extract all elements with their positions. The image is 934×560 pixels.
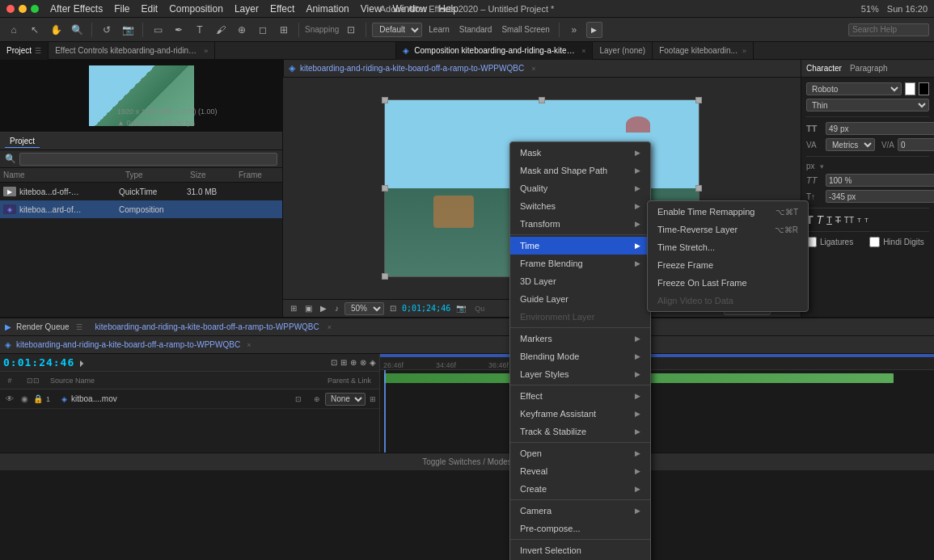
kerning-dropdown[interactable]: Metrics — [826, 138, 875, 151]
corner-handle-tl[interactable] — [382, 97, 388, 103]
rotate-tool[interactable]: ↺ — [98, 21, 116, 39]
comp-preview-btn[interactable]: ▶ — [318, 304, 329, 313]
menu-view[interactable]: View — [361, 3, 382, 15]
context-menu-item[interactable]: Frame Blending — [510, 255, 650, 272]
strikethrough-button[interactable]: T̶ — [835, 215, 841, 225]
context-menu-item[interactable]: Open — [510, 444, 650, 462]
font-family-dropdown[interactable]: Roboto — [806, 82, 902, 95]
list-item[interactable]: ▶ kiteboa...d-off-a-ramp-to-WPPWQBC.mov … — [0, 183, 282, 200]
select-tool[interactable]: ↖ — [26, 21, 44, 39]
time-submenu-item[interactable]: Freeze Frame — [648, 256, 808, 274]
tab-composition[interactable]: ◈ Composition kiteboarding-and-riding-a-… — [395, 42, 593, 60]
menu-file[interactable]: File — [114, 3, 129, 15]
time-submenu-item[interactable]: Freeze On Last Frame — [648, 274, 808, 292]
baseline-input[interactable] — [826, 190, 934, 203]
text-tool[interactable]: T — [191, 21, 209, 39]
timeline-ctrl-1[interactable]: ⊡ — [331, 358, 337, 367]
zoom-tool[interactable]: 🔍 — [68, 21, 86, 39]
tab-paragraph[interactable]: Paragraph — [850, 64, 888, 73]
track-lock[interactable]: 🔒 — [32, 394, 44, 403]
brush-tool[interactable]: 🖌 — [212, 21, 230, 39]
comp-audio-btn[interactable]: ♪ — [332, 304, 341, 313]
app-name[interactable]: After Effects — [50, 3, 103, 15]
tab-project[interactable]: Project ☰ — [0, 42, 49, 60]
vert-scale-input[interactable] — [826, 174, 934, 187]
corner-handle-tr[interactable] — [695, 97, 702, 103]
text-stroke-swatch[interactable] — [919, 82, 929, 95]
track-eye[interactable]: 👁 — [3, 394, 16, 403]
puppet-tool[interactable]: ⊞ — [275, 21, 293, 39]
tab-layer[interactable]: Layer (none) — [593, 42, 653, 60]
tracking-input[interactable] — [898, 138, 934, 151]
comp-zoom-dropdown[interactable]: 50% — [344, 302, 384, 315]
rectangle-tool[interactable]: ▭ — [149, 21, 167, 39]
track-solo[interactable]: ◉ — [19, 394, 30, 403]
context-menu-item[interactable]: Mask — [510, 144, 650, 162]
renderer-btn[interactable]: ▶ — [586, 22, 602, 38]
context-menu-item[interactable]: Layer Styles — [510, 365, 650, 383]
underline-button[interactable]: T — [826, 215, 832, 225]
clone-tool[interactable]: ⊕ — [233, 21, 251, 39]
expand-workspaces[interactable]: » — [565, 21, 583, 39]
learn-label[interactable]: Learn — [425, 25, 453, 34]
hindi-digits-checkbox[interactable] — [869, 237, 880, 247]
track-parent-link[interactable]: ⊞ — [370, 395, 376, 403]
context-menu-item[interactable]: Effect — [510, 387, 650, 405]
context-menu-item[interactable]: Pre-compose... — [510, 520, 650, 537]
workspace-dropdown[interactable]: Default — [372, 23, 422, 37]
comp-grid-btn[interactable]: ⊞ — [288, 304, 299, 313]
context-menu-item[interactable]: Reveal — [510, 462, 650, 480]
menu-edit[interactable]: Edit — [141, 3, 158, 15]
timeline-track-area[interactable] — [380, 370, 934, 453]
menu-effect[interactable]: Effect — [270, 3, 294, 15]
context-menu-item[interactable]: Keyframe Assistant — [510, 405, 650, 423]
font-style-dropdown[interactable]: Thin — [806, 99, 929, 112]
context-menu-item[interactable]: Camera — [510, 502, 650, 520]
track-parent-dropdown[interactable]: None — [325, 393, 366, 406]
corner-handle-tm[interactable] — [539, 97, 545, 103]
list-item[interactable]: ◈ kiteboa...ard-off-a-ramp-to-WPPWQBC Co… — [0, 200, 282, 218]
tab-effect-expand[interactable]: » — [204, 47, 208, 55]
camera-tool[interactable]: 📷 — [119, 21, 137, 39]
track-mode[interactable]: ⊡ — [295, 395, 311, 403]
play-pause-btn[interactable]: ⏵ — [78, 358, 87, 368]
comp-camera-btn[interactable]: 📷 — [454, 304, 468, 313]
context-menu-item[interactable]: Create — [510, 480, 650, 498]
project-tab-files[interactable]: Project — [5, 135, 40, 148]
help-search[interactable] — [848, 23, 929, 36]
context-menu-item[interactable]: 3D Layer — [510, 272, 650, 290]
snapping-toggle[interactable]: ⊡ — [342, 21, 360, 39]
time-submenu-item[interactable]: Enable Time Remapping⌥⌘T — [648, 203, 808, 221]
menu-composition[interactable]: Composition — [169, 3, 223, 15]
context-menu-item[interactable]: Transform — [510, 215, 650, 233]
timeline-ctrl-4[interactable]: ⊗ — [360, 358, 366, 367]
corner-handle-rm[interactable] — [695, 185, 702, 192]
maximize-button[interactable] — [31, 5, 39, 13]
corner-handle-bl[interactable] — [382, 273, 388, 280]
comp-mask-btn[interactable]: ▣ — [302, 304, 315, 313]
menu-animation[interactable]: Animation — [306, 3, 349, 15]
tab-footage[interactable]: Footage kiteboardin... » — [653, 42, 754, 60]
subscript-button[interactable]: T — [864, 217, 868, 224]
context-menu-item[interactable]: Mask and Shape Path — [510, 162, 650, 179]
render-queue-menu[interactable]: ☰ — [76, 323, 82, 331]
context-menu-item[interactable]: Switches — [510, 197, 650, 215]
tab-footage-expand[interactable]: » — [742, 47, 746, 55]
italic-button[interactable]: T — [817, 213, 824, 226]
all-caps-button[interactable]: TT — [844, 216, 854, 225]
toggle-switches-label[interactable]: Toggle Switches / Modes — [422, 457, 512, 466]
comp-fit-btn[interactable]: ⊡ — [387, 304, 399, 313]
hand-tool[interactable]: ✋ — [47, 21, 65, 39]
render-close[interactable]: × — [328, 323, 332, 331]
context-menu-item[interactable]: Time — [510, 237, 650, 255]
timeline-close[interactable]: × — [247, 341, 251, 349]
time-submenu-item[interactable]: Time-Reverse Layer⌥⌘R — [648, 221, 808, 238]
context-menu-item[interactable]: Markers — [510, 330, 650, 347]
tab-comp-close[interactable]: × — [581, 47, 585, 55]
standard-label[interactable]: Standard — [456, 25, 496, 34]
timeline-track-row[interactable]: 👁 ◉ 🔒 1 ◈ kitboa....mov ⊡ ⊕ None ⊞ — [0, 389, 379, 409]
home-tool[interactable]: ⌂ — [5, 21, 23, 39]
pen-tool[interactable]: ✒ — [170, 21, 188, 39]
time-submenu-item[interactable]: Time Stretch... — [648, 238, 808, 256]
timeline-playhead[interactable] — [384, 370, 386, 453]
